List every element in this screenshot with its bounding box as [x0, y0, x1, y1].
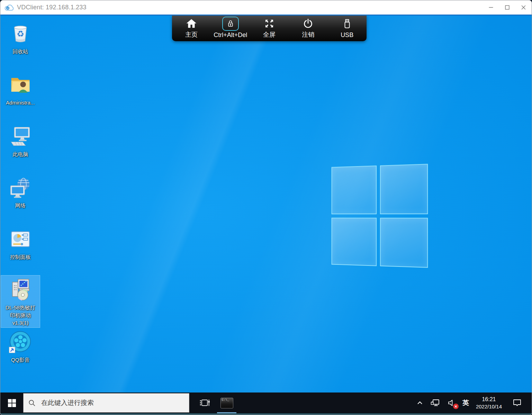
maximize-icon: [505, 5, 510, 10]
active-ring: [222, 17, 239, 31]
vdclient-window: d VDClient: 192.168.1.233: [0, 0, 532, 415]
desktop-icon-administrator[interactable]: Administra...: [1, 71, 40, 108]
network-icon: [7, 174, 34, 201]
desktop-icon-dl58-printer-driver[interactable]: DL-58热敏打 印机驱动 v1.3(1): [1, 276, 40, 327]
control-panel-icon: [7, 226, 34, 252]
chevron-up-icon: [415, 398, 424, 407]
action-center-icon: [512, 397, 523, 408]
search-icon: [28, 399, 36, 407]
desktop-icon-network[interactable]: 网络: [1, 173, 40, 210]
date: 2022/10/14: [476, 403, 502, 410]
qq-player-icon: [7, 329, 34, 355]
minimize-button[interactable]: [483, 0, 499, 15]
window-controls: [483, 0, 532, 15]
language-indicator[interactable]: 英: [459, 398, 472, 407]
clock[interactable]: 16:21 2022/10/14: [472, 396, 505, 410]
network-tray-icon: [430, 398, 441, 408]
close-icon: [521, 5, 526, 10]
system-tray: ✕ 英 16:21 2022/10/14: [413, 393, 532, 413]
remote-desktop: 主页 Ctrl+Alt+Del: [0, 16, 532, 393]
windows-start-icon: [8, 399, 16, 407]
toolbar-logout-button[interactable]: 注销: [289, 16, 327, 41]
desktop-icon-label: 网络: [15, 202, 26, 209]
desktop-icon-this-pc[interactable]: 此电脑: [1, 122, 40, 159]
cmd-window-button[interactable]: C:\_: [216, 393, 238, 413]
power-icon: [303, 17, 314, 30]
time: 16:21: [482, 396, 496, 403]
volume-button[interactable]: ✕: [444, 393, 459, 413]
installer-icon: [7, 277, 34, 303]
desktop-icon-label: 此电脑: [13, 151, 28, 158]
desktop-icon-control-panel[interactable]: 控制面板: [1, 225, 40, 262]
recycle-bin-icon: ♻: [7, 20, 34, 47]
toolbar-fullscreen-button[interactable]: 全屏: [250, 16, 289, 41]
fullscreen-icon: [264, 17, 275, 30]
desktop-icon-label: 回收站: [13, 48, 28, 55]
task-view-icon: [199, 398, 210, 408]
lock-icon: [226, 18, 235, 29]
desktop-icon-label: 控制面板: [10, 253, 31, 261]
task-view-button[interactable]: [193, 393, 216, 413]
window-title: VDClient: 192.168.1.233: [17, 4, 87, 11]
usb-icon: [342, 17, 353, 31]
vdclient-toolbar: 主页 Ctrl+Alt+Del: [172, 16, 367, 41]
volume-muted-badge: ✕: [453, 404, 459, 409]
close-button[interactable]: [515, 0, 532, 15]
start-button[interactable]: [0, 393, 23, 413]
user-folder-icon: [7, 72, 34, 98]
windows-logo-pane: [332, 217, 377, 266]
taskbar: C:\_: [0, 393, 532, 413]
desktop-icon-label: DL-58热敏打 印机驱动 v1.3(1): [6, 304, 35, 326]
action-center-button[interactable]: [505, 393, 527, 413]
windows-logo-pane: [332, 165, 377, 214]
cmd-window-icon: C:\_: [220, 398, 233, 408]
minimize-icon: [489, 5, 493, 10]
taskbar-search[interactable]: [23, 393, 189, 413]
toolbar-usb-button[interactable]: USB: [328, 16, 367, 41]
svg-text:d: d: [7, 7, 9, 10]
shortcut-arrow-icon: [9, 347, 15, 353]
network-status-button[interactable]: [427, 393, 444, 413]
search-input[interactable]: [41, 399, 184, 407]
show-hidden-icons-button[interactable]: [413, 393, 427, 413]
toolbar-home-button[interactable]: 主页: [172, 16, 211, 41]
this-pc-icon: [7, 123, 34, 150]
titlebar[interactable]: d VDClient: 192.168.1.233: [0, 0, 532, 15]
toolbar-ctrl-alt-del-button[interactable]: Ctrl+Alt+Del: [211, 16, 250, 41]
home-icon: [186, 17, 197, 30]
window-bottom-border: [0, 413, 532, 415]
maximize-button[interactable]: [499, 0, 515, 15]
desktop-icon-label: QQ影音: [11, 356, 29, 364]
windows-logo-wallpaper: [332, 164, 428, 268]
windows-logo-pane: [380, 164, 428, 214]
cloud-icon: d: [4, 4, 14, 11]
desktop-icon-qq-player[interactable]: QQ影音: [1, 328, 40, 365]
windows-logo-pane: [380, 218, 428, 268]
svg-text:♻: ♻: [17, 29, 24, 38]
desktop-icon-label: Administra...: [6, 99, 35, 107]
desktop-icon-recycle-bin[interactable]: ♻ 回收站: [1, 19, 40, 56]
